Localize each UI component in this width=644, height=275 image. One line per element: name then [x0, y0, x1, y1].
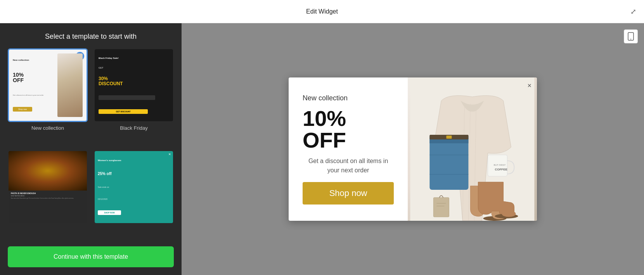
widget-off-label: 10% OFF: [303, 108, 394, 151]
thumb-content-new-collection: New collection 10%OFF Get a discount on …: [9, 50, 87, 121]
svg-text:BUT FIRST: BUT FIRST: [494, 164, 506, 166]
template-selector-panel: Select a template to start with ✓ New co…: [0, 23, 182, 275]
continue-button[interactable]: Continue with this template: [8, 246, 174, 267]
svg-text:COFFEE: COFFEE: [495, 168, 508, 171]
template-thumb-black-friday[interactable]: Black Friday Sale! GET 30%DISCOUNT GET D…: [94, 48, 174, 122]
header-title: Edit Widget: [306, 8, 338, 15]
template-item-pasta[interactable]: PASTA IS NEVER ENOUGH NOW TASTING MENU N…: [8, 150, 88, 240]
main-content: Select a template to start with ✓ New co…: [0, 23, 644, 275]
template-thumb-pasta[interactable]: PASTA IS NEVER ENOUGH NOW TASTING MENU N…: [8, 150, 88, 224]
template-thumb-new-collection[interactable]: ✓ New collection 10%OFF Get a discount o…: [8, 48, 88, 122]
widget-popup-preview: × New collection 10% OFF Get a discount …: [289, 77, 537, 221]
template-item-black-friday[interactable]: Black Friday Sale! GET 30%DISCOUNT GET D…: [94, 48, 174, 144]
thumb-content-pasta: PASTA IS NEVER ENOUGH NOW TASTING MENU N…: [9, 151, 87, 223]
template-item-sunglasses[interactable]: ✕ Women's sunglasses 25% off Sale ends o…: [94, 150, 174, 240]
svg-rect-11: [447, 136, 452, 139]
templates-grid: ✓ New collection 10%OFF Get a discount o…: [0, 48, 182, 246]
expand-icon[interactable]: ⤢: [630, 7, 636, 16]
widget-close-button[interactable]: ×: [527, 82, 531, 89]
svg-rect-6: [430, 136, 469, 190]
svg-point-15: [502, 211, 516, 217]
thumb-content-sunglasses: ✕ Women's sunglasses 25% off Sale ends o…: [95, 151, 173, 223]
template-label-new-collection: New collection: [31, 125, 64, 131]
preview-panel: × New collection 10% OFF Get a discount …: [182, 23, 644, 275]
widget-collection-label: New collection: [303, 94, 394, 102]
header: Edit Widget ⤢: [0, 0, 644, 23]
widget-description: Get a discount on all items in your next…: [303, 156, 394, 175]
panel-title: Select a template to start with: [0, 23, 182, 48]
widget-right-image: BUT FIRST COFFEE: [408, 77, 537, 221]
svg-rect-19: [434, 198, 449, 217]
mobile-icon: [627, 32, 634, 41]
thumb-content-black-friday: Black Friday Sale! GET 30%DISCOUNT GET D…: [95, 49, 173, 121]
fashion-illustration: BUT FIRST COFFEE: [408, 77, 537, 221]
template-item-new-collection[interactable]: ✓ New collection 10%OFF Get a discount o…: [8, 48, 88, 144]
svg-point-1: [630, 39, 631, 40]
template-label-black-friday: Black Friday: [120, 125, 148, 131]
mobile-view-toggle[interactable]: [624, 29, 638, 43]
widget-left-content: New collection 10% OFF Get a discount on…: [289, 77, 408, 221]
template-thumb-sunglasses[interactable]: ✕ Women's sunglasses 25% off Sale ends o…: [94, 150, 174, 224]
widget-shop-button[interactable]: Shop now: [303, 182, 394, 205]
